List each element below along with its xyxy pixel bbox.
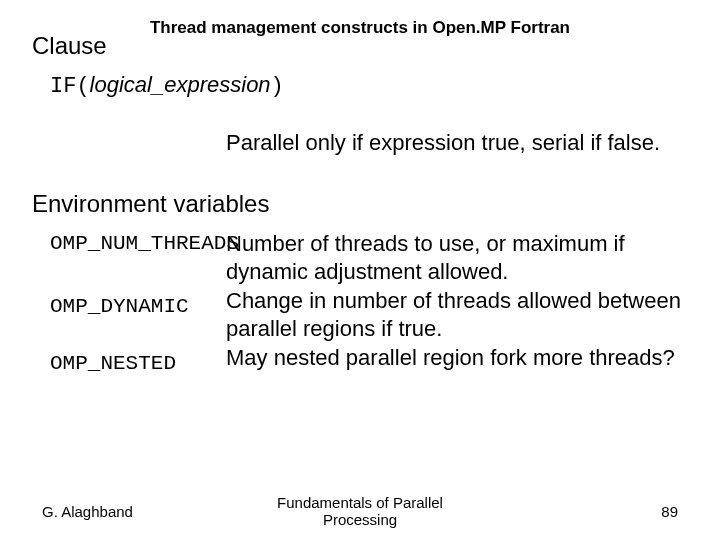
if-clause-syntax: IF(logical_expression): [50, 72, 284, 99]
paren-close: ): [271, 74, 284, 99]
env-var-name: OMP_NUM_THREADS: [50, 232, 239, 255]
env-var-desc: May nested parallel region fork more thr…: [226, 344, 700, 372]
if-keyword: IF: [50, 74, 76, 99]
footer-title: Fundamentals of ParallelProcessing: [0, 494, 720, 529]
env-vars-heading: Environment variables: [32, 190, 269, 218]
slide: Thread management constructs in Open.MP …: [0, 0, 720, 540]
env-var-name: OMP_DYNAMIC: [50, 295, 189, 318]
env-var-desc: Number of threads to use, or maximum if …: [226, 230, 700, 285]
footer-page-number: 89: [661, 503, 678, 520]
if-argument: logical_expression: [90, 72, 271, 97]
paren-open: (: [76, 74, 89, 99]
slide-title: Thread management constructs in Open.MP …: [0, 18, 720, 38]
env-var-desc: Change in number of threads allowed betw…: [226, 287, 700, 342]
env-var-name: OMP_NESTED: [50, 352, 176, 375]
clause-heading: Clause: [32, 32, 107, 60]
if-clause-description: Parallel only if expression true, serial…: [226, 130, 660, 156]
